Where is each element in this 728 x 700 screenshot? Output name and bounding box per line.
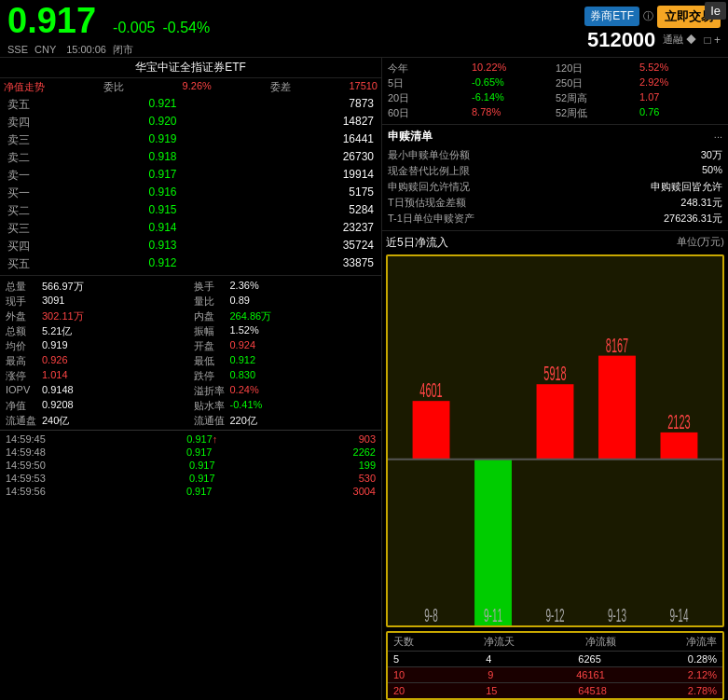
buy-vol: 5284 (318, 203, 374, 219)
sell-order-row: 卖四 0.920 14827 (4, 114, 378, 131)
stat-label: 净值 (6, 399, 36, 413)
buy-order-row: 买一 0.916 5175 (4, 185, 378, 202)
buy-price: 0.913 (149, 239, 205, 254)
buy-label: 买二 (7, 203, 35, 219)
stat-value: 302.11万 (42, 309, 188, 323)
flow-table-row: 10 9 46161 2.12% (388, 666, 722, 682)
header: 0.917 -0.005 -0.54% SSE CNY 15:00:06 闭市 … (0, 0, 728, 58)
buy-order-row: 买二 0.915 5284 (4, 202, 378, 220)
buy-vol: 5175 (318, 185, 374, 201)
ticker-row: 14:59:50 0.917 199 (6, 459, 376, 472)
buy-vol: 33875 (318, 256, 374, 272)
flow-table-col-header: 净流额 (585, 635, 616, 649)
tick-time: 14:59:48 (6, 446, 46, 458)
perf-label: 120日 (556, 62, 639, 75)
bar-date-label: 9-8 (424, 605, 438, 625)
sell-vol: 14827 (318, 115, 374, 130)
sell-label: 卖五 (7, 97, 35, 113)
ticker-row: 14:59:45 0.917↑ 903 (6, 432, 376, 446)
perf-label: 5日 (388, 76, 471, 90)
ticker-tape: 14:59:45 0.917↑ 903 14:59:48 0.917 2262 … (0, 430, 381, 500)
stat-label: 溢折率 (194, 384, 225, 398)
etf-badge: 券商ETF (584, 7, 639, 26)
perf-value: 0.76 (639, 106, 722, 120)
flow-net-days: 15 (486, 685, 497, 696)
flow-days: 10 (393, 669, 405, 680)
stat-label: 现手 (6, 295, 36, 309)
sell-price: 0.921 (149, 97, 205, 113)
stat-label: 总额 (6, 324, 36, 338)
buy-label: 买一 (7, 185, 35, 201)
right-panel: 今年10.22%120日5.52%5日-0.65%250日2.92%20日-6.… (382, 58, 728, 700)
flow-days: 5 (393, 653, 399, 665)
perf-label: 250日 (556, 76, 639, 90)
sell-label: 卖四 (7, 115, 35, 130)
buy-price: 0.914 (149, 221, 205, 237)
sub-item-val: 30万 (701, 148, 722, 162)
weizou-label: 净值走势 (4, 80, 45, 94)
flow-net-amount: 46161 (576, 669, 605, 680)
stat-value: 0.912 (230, 354, 377, 368)
sell-price: 0.920 (149, 115, 205, 130)
sell-order-row: 卖五 0.921 7873 (4, 96, 378, 114)
sell-order-row: 卖三 0.919 16441 (4, 131, 378, 149)
buy-order-row: 买五 0.912 33875 (4, 255, 378, 273)
stat-label: 量比 (194, 295, 225, 309)
header-right: 券商ETF ⓘ 立即交易 512000 通融 ◆ □ + (584, 6, 721, 52)
buy-label: 买三 (7, 221, 35, 237)
chart-unit: 单位(万元) (677, 235, 724, 251)
stat-label: 跌停 (194, 369, 225, 383)
sub-item-label: 现金替代比例上限 (388, 164, 470, 178)
stat-value: -0.41% (230, 399, 377, 413)
flow-net-amount: 6265 (578, 653, 600, 665)
bar-value-label: 8167 (606, 333, 628, 356)
stat-value: 264.86万 (230, 309, 377, 323)
buy-order-row: 买四 0.913 35724 (4, 238, 378, 255)
sub-item-val: 248.31元 (680, 196, 722, 210)
bar-value-label: 5918 (543, 362, 566, 385)
buy-vol: 23237 (318, 221, 374, 237)
stat-value: 0.926 (42, 354, 188, 368)
bar-rect (661, 432, 698, 460)
sell-label: 卖二 (7, 150, 35, 166)
chart-header: 近5日净流入 单位(万元) (386, 235, 724, 251)
tick-arrow-icon: ↑ (213, 433, 218, 445)
sell-order-row: 卖二 0.918 26730 (4, 149, 378, 167)
perf-value: 5.52% (639, 62, 722, 75)
buy-price: 0.915 (149, 203, 205, 219)
chart-title: 近5日净流入 (386, 235, 448, 251)
buy-label: 买五 (7, 256, 35, 272)
flow-net-rate: 2.78% (688, 685, 717, 696)
subscription-row: T-1日单位申赎资产 276236.31元 (388, 211, 722, 226)
stat-label: 均价 (6, 339, 36, 353)
sell-price: 0.917 (149, 168, 205, 184)
perf-value: 1.07 (639, 91, 722, 105)
flow-table-col-header: 净流天 (484, 635, 515, 649)
stat-value: 0.24% (230, 384, 377, 398)
tick-time: 14:59:53 (6, 473, 46, 484)
stat-value: 0.924 (230, 339, 377, 353)
info-icon: ⓘ (643, 9, 653, 23)
bar-rect (537, 384, 574, 460)
weichi-label: 委比 (103, 80, 124, 94)
etf-label-row: 券商ETF ⓘ 立即交易 (584, 6, 721, 28)
stat-value: 220亿 (230, 414, 377, 428)
current-price: 0.917 (7, 1, 96, 41)
stat-value: 3091 (42, 295, 188, 309)
stat-value: 0.830 (230, 369, 377, 383)
exchange-label: SSE (7, 44, 28, 55)
stat-value: 1.014 (42, 369, 188, 383)
tick-time: 14:59:50 (6, 460, 46, 471)
sell-label: 卖三 (7, 132, 35, 148)
fund-name-text: 华宝中证全指证券ETF (135, 61, 246, 74)
bar-value-label: 2123 (667, 410, 690, 433)
stat-label: IOPV (6, 384, 36, 398)
sub-item-label: T-1日单位申赎资产 (388, 212, 474, 226)
tick-time: 14:59:56 (6, 486, 46, 497)
tick-price: 0.917↑ (186, 433, 217, 445)
bar-chart-container: 46019-8145449-1159189-1281679-1321239-14 (386, 254, 724, 627)
expand-icon[interactable]: □ + (704, 34, 721, 47)
currency-label: CNY (34, 44, 56, 55)
perf-value: 10.22% (472, 62, 555, 75)
tong-label: 通融 ◆ (663, 33, 696, 47)
